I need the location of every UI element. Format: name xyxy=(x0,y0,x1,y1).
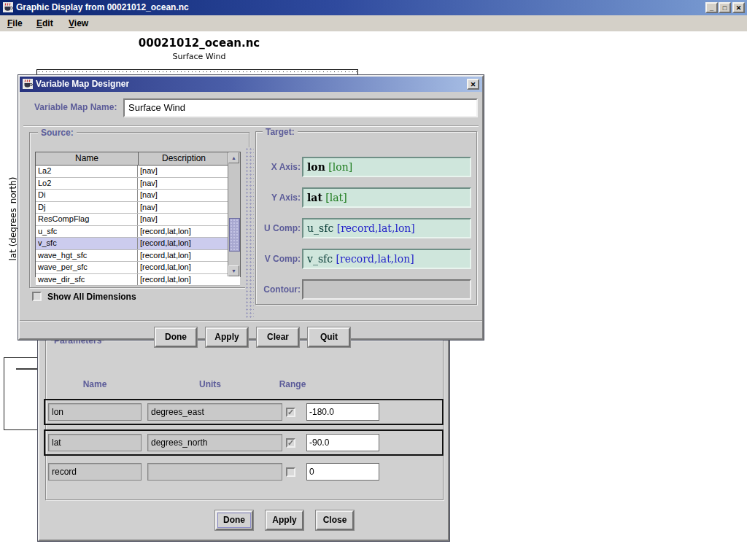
y-axis-value: lat xyxy=(307,192,322,203)
source-table: Name Description La2[nav] Lo2[nav] Di[na… xyxy=(35,152,241,277)
done-button[interactable]: Done xyxy=(215,510,253,530)
table-row[interactable]: wave_dir_sfc[record,lat,lon] xyxy=(36,274,240,287)
y-axis-label: Y Axis: xyxy=(255,192,301,203)
x-axis-dims: [lon] xyxy=(325,161,352,173)
param-units-field[interactable] xyxy=(147,463,282,481)
table-row[interactable]: Di[nav] xyxy=(36,190,240,202)
table-scrollbar[interactable]: ▲ ▼ xyxy=(228,152,240,276)
cell-name: Di xyxy=(36,190,138,201)
vmd-button-strip: Done Apply Clear Quit xyxy=(20,320,482,353)
cell-desc: [record,lat,lon] xyxy=(138,262,228,273)
graphic-titlebar[interactable]: Graphic Display from 00021012_ocean.nc _… xyxy=(0,0,747,15)
param-range-field[interactable]: -90.0 xyxy=(306,434,379,451)
menubar: File Edit View xyxy=(0,15,747,32)
cell-desc: [record,lat,lon] xyxy=(138,238,228,249)
scroll-down-icon[interactable]: ▼ xyxy=(228,265,239,276)
param-name-field[interactable]: record xyxy=(48,463,142,481)
x-axis-label: X Axis: xyxy=(255,162,301,172)
param-units-field[interactable]: degrees_east xyxy=(147,403,282,421)
cell-name: wave_dir_sfc xyxy=(36,274,138,286)
parameters-window: Parameters Name Units Range lon degrees_… xyxy=(38,327,449,541)
cell-name: wave_hgt_sfc xyxy=(36,250,138,262)
param-range-field[interactable]: -180.0 xyxy=(306,403,379,421)
cell-desc: [record,lat,lon] xyxy=(138,274,228,286)
slide: { "slide": { "title": "Vector Plot" }, "… xyxy=(0,0,747,560)
y-axis-field[interactable]: lat [lat] xyxy=(302,187,471,208)
u-comp-label: U Comp: xyxy=(255,223,301,233)
vmd-titlebar[interactable]: Variable Map Designer ✕ xyxy=(20,77,482,92)
table-row[interactable]: wave_hgt_sfc[record,lat,lon] xyxy=(36,250,240,262)
table-row[interactable]: u_sfc[record,lat,lon] xyxy=(36,226,240,238)
menu-view[interactable]: View xyxy=(66,15,91,31)
v-comp-value: v_sfc xyxy=(307,253,333,265)
x-axis-field[interactable]: lon [lon] xyxy=(302,157,471,177)
show-all-dimensions-checkbox[interactable] xyxy=(32,292,42,301)
v-comp-field[interactable]: v_sfc [record,lat,lon] xyxy=(302,249,471,269)
app-coffee-icon xyxy=(23,79,33,89)
params-header-name: Name xyxy=(66,379,124,389)
cell-desc: [nav] xyxy=(138,166,228,177)
minimize-icon[interactable]: _ xyxy=(705,2,718,13)
variable-map-designer-window: Variable Map Designer ✕ Variable Map Nam… xyxy=(18,75,484,340)
param-units-field[interactable]: degrees_north xyxy=(147,434,282,451)
vmd-body: Variable Map Name: Surface Wind Source: … xyxy=(20,92,482,338)
y-axis-title: lat (degrees_north) xyxy=(8,160,18,277)
variable-map-name-label: Variable Map Name: xyxy=(34,102,117,112)
cell-desc: [nav] xyxy=(138,178,228,190)
close-button[interactable]: Close xyxy=(316,510,354,530)
x-axis-value: lon xyxy=(307,161,325,173)
variable-map-name-input[interactable]: Surface Wind xyxy=(123,98,478,117)
show-all-dimensions-label: Show All Dimensions xyxy=(47,292,136,302)
table-row[interactable]: Lo2[nav] xyxy=(36,178,240,190)
vmd-title: Variable Map Designer xyxy=(36,79,129,89)
table-row[interactable]: wave_per_sfc[record,lat,lon] xyxy=(36,262,240,274)
graphic-title: Graphic Display from 00021012_ocean.nc xyxy=(16,2,189,12)
param-range-checkbox[interactable]: ✓ xyxy=(286,408,295,417)
scroll-up-icon[interactable]: ▲ xyxy=(228,152,239,163)
param-range-checkbox[interactable] xyxy=(286,467,295,477)
apply-button[interactable]: Apply xyxy=(266,510,303,530)
close-icon[interactable]: ✕ xyxy=(467,79,479,90)
cell-desc: [nav] xyxy=(138,202,228,214)
param-range-checkbox[interactable]: ✓ xyxy=(286,438,295,448)
u-comp-value: u_sfc xyxy=(307,222,333,234)
cell-name: La2 xyxy=(36,166,138,177)
menu-file[interactable]: File xyxy=(4,15,26,31)
u-comp-dims: [record,lat,lon] xyxy=(333,222,415,234)
cell-desc: [record,lat,lon] xyxy=(138,250,228,262)
cell-desc: [record,lat,lon] xyxy=(138,226,228,238)
v-comp-label: V Comp: xyxy=(255,254,301,264)
quit-button[interactable]: Quit xyxy=(308,327,350,347)
cell-name: ResCompFlag xyxy=(36,214,138,225)
cell-name: Lo2 xyxy=(36,178,138,190)
cell-name: u_sfc xyxy=(36,226,138,238)
contour-label: Contour: xyxy=(255,284,301,295)
done-button[interactable]: Done xyxy=(155,327,197,347)
maximize-icon[interactable]: □ xyxy=(719,2,731,13)
cell-name: wave_per_sfc xyxy=(36,262,138,273)
column-header-description[interactable]: Description xyxy=(139,152,229,165)
close-icon[interactable]: ✕ xyxy=(732,2,745,13)
table-row[interactable]: La2[nav] xyxy=(36,166,240,178)
table-row-selected[interactable]: v_sfc[record,lat,lon] xyxy=(36,238,240,250)
contour-field[interactable] xyxy=(302,279,471,300)
params-header-units: Units xyxy=(181,379,239,389)
y-axis-dims: [lat] xyxy=(322,192,347,203)
splitter-handle[interactable] xyxy=(245,147,254,319)
clear-button[interactable]: Clear xyxy=(257,327,299,347)
v-comp-dims: [record,lat,lon] xyxy=(333,253,414,265)
param-name-field[interactable]: lon xyxy=(48,403,142,421)
param-range-field[interactable]: 0 xyxy=(306,463,379,481)
params-header-range: Range xyxy=(263,379,322,389)
cell-desc: [nav] xyxy=(138,214,228,225)
scrollbar-thumb[interactable] xyxy=(229,218,240,252)
table-row[interactable]: Dj[nav] xyxy=(36,202,240,214)
table-row[interactable]: ResCompFlag[nav] xyxy=(36,214,240,226)
app-coffee-icon xyxy=(3,2,13,12)
column-header-name[interactable]: Name xyxy=(36,152,139,165)
apply-button[interactable]: Apply xyxy=(206,327,248,347)
cell-name: v_sfc xyxy=(36,238,138,249)
menu-edit[interactable]: Edit xyxy=(34,15,56,31)
param-name-field[interactable]: lat xyxy=(48,434,142,451)
u-comp-field[interactable]: u_sfc [record,lat,lon] xyxy=(302,218,471,238)
